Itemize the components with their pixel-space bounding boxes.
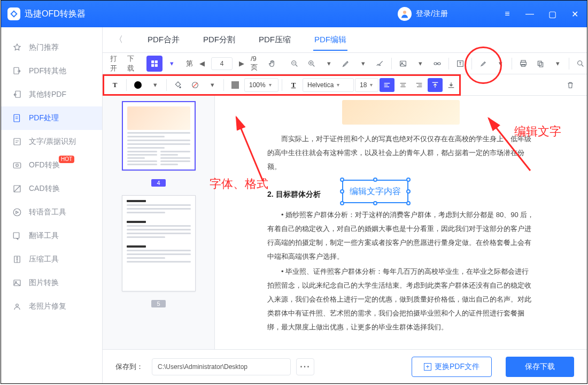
tab-split[interactable]: PDF分割: [202, 29, 236, 50]
sidebar-item-image[interactable]: 图片转换: [1, 271, 102, 295]
no-fill-icon[interactable]: [187, 77, 203, 93]
editor: 4 5 而实际上，: [103, 96, 587, 349]
thumb-page-4[interactable]: [122, 101, 196, 171]
color-swatch[interactable]: [130, 77, 146, 93]
sidebar-item-audio[interactable]: 转语音工具: [1, 201, 102, 224]
print-icon[interactable]: [515, 56, 531, 72]
sidebar-item-label: 转语音工具: [29, 207, 66, 217]
sidebar-item-cad[interactable]: CAD转换: [1, 177, 102, 201]
change-pdf-button[interactable]: +更换PDF文件: [412, 357, 492, 377]
user-area[interactable]: 登录/注册: [398, 7, 448, 21]
next-page-icon[interactable]: ▶: [234, 56, 250, 72]
prev-page-icon[interactable]: ◀: [194, 56, 210, 72]
thumb-label-5: 5: [151, 300, 165, 307]
sidebar: 热门推荐 PDF转其他 其他转PDF PDF处理 文字/票据识别 OFD转换HO…: [1, 27, 103, 383]
heading: 2. 目标群体分析: [267, 187, 321, 202]
paragraph: 而实际上，对于证件照和个人的写真也绝对不仅仅存在在高校的学生身上，低年级的高中生…: [267, 132, 535, 174]
zoom-in-icon[interactable]: [304, 56, 320, 72]
sidebar-item-label: PDF处理: [29, 113, 59, 123]
browse-button[interactable]: ···: [296, 358, 314, 375]
maximize-icon[interactable]: ▢: [546, 9, 558, 19]
text-tool-icon[interactable]: T: [107, 77, 123, 93]
editable-text-box[interactable]: 编辑文字内容: [342, 180, 408, 203]
highlight-icon[interactable]: [338, 56, 354, 72]
brush-icon[interactable]: [475, 56, 491, 72]
login-label[interactable]: 登录/注册: [416, 9, 448, 19]
d3[interactable]: ▾: [492, 56, 508, 72]
sidebar-item-label: 图片转换: [29, 278, 59, 288]
sidebar-item-pdf-process[interactable]: PDF处理: [1, 106, 102, 130]
download-button[interactable]: 下载: [124, 56, 140, 72]
opacity-select[interactable]: 100%: [244, 78, 278, 92]
opacity-swatch-icon[interactable]: [227, 77, 243, 93]
import-icon: [12, 89, 22, 100]
sidebar-item-label: 其他转PDF: [29, 90, 66, 99]
align-right-icon[interactable]: [412, 78, 427, 92]
restore-icon: [12, 301, 22, 312]
sidebar-item-other-to-pdf[interactable]: 其他转PDF: [1, 83, 102, 106]
sidebar-item-photo-restore[interactable]: 老照片修复: [1, 295, 102, 318]
copy-icon[interactable]: [532, 56, 548, 72]
back-button[interactable]: 〈: [114, 34, 123, 45]
sidebar-item-hot[interactable]: 热门推荐: [1, 36, 102, 59]
fill-icon[interactable]: [170, 77, 186, 93]
zoom-dropdown-icon[interactable]: ▾: [321, 56, 337, 72]
tabs: 〈 PDF合并 PDF分割 PDF压缩 PDF编辑: [103, 27, 587, 53]
sidebar-item-label: 文字/票据识别: [29, 137, 76, 147]
edit-text-tool-icon[interactable]: [452, 56, 468, 72]
open-button[interactable]: 打开: [107, 56, 123, 72]
svg-rect-31: [539, 63, 543, 67]
svg-rect-16: [152, 60, 154, 63]
tab-compress[interactable]: PDF压缩: [258, 29, 292, 50]
svg-point-10: [13, 209, 21, 216]
save-download-button[interactable]: 保存下载: [506, 357, 574, 377]
app-title: 迅捷OFD转换器: [25, 9, 86, 20]
app-logo-icon: [7, 7, 20, 20]
view-dropdown-icon[interactable]: ▾: [164, 56, 180, 72]
zoom-out-icon[interactable]: [287, 56, 303, 72]
svg-point-2: [403, 11, 406, 14]
thumbnail-view-button[interactable]: [146, 56, 163, 72]
page-total: /9 页: [251, 55, 258, 72]
tab-merge[interactable]: PDF合并: [146, 29, 181, 50]
sidebar-item-label: 翻译工具: [29, 231, 59, 241]
font-family-select[interactable]: Helvetica: [303, 78, 354, 92]
sidebar-item-ocr[interactable]: 文字/票据识别: [1, 130, 102, 153]
d4[interactable]: ▾: [550, 56, 566, 72]
minimize-icon[interactable]: —: [524, 9, 536, 19]
ocr-icon: [12, 136, 22, 147]
insert-image-icon[interactable]: [395, 56, 411, 72]
d1[interactable]: ▾: [355, 56, 371, 72]
thumb-page-5[interactable]: [122, 195, 196, 291]
document-view[interactable]: 而实际上，对于证件照和个人的写真也绝对不仅仅存在在高校的学生身上，低年级的高中生…: [215, 96, 587, 349]
valign-bottom-icon[interactable]: [444, 78, 459, 92]
sidebar-item-pdf-to-other[interactable]: PDF转其他: [1, 59, 102, 83]
export-icon: [12, 66, 22, 76]
close-icon[interactable]: ✕: [569, 9, 581, 19]
svg-rect-19: [155, 64, 157, 66]
main-area: 〈 PDF合并 PDF分割 PDF压缩 PDF编辑 打开 下载 ▾ 第 ◀ 4 …: [103, 27, 587, 383]
align-center-icon[interactable]: [396, 78, 411, 92]
fill-dd[interactable]: ▾: [204, 77, 220, 93]
tab-edit[interactable]: PDF编辑: [313, 29, 347, 50]
page-current[interactable]: 4: [211, 57, 233, 70]
link-icon[interactable]: [429, 56, 445, 72]
align-left-icon[interactable]: [380, 78, 394, 92]
search-icon[interactable]: [572, 56, 587, 72]
valign-top-icon[interactable]: [428, 78, 443, 92]
delete-icon[interactable]: [562, 77, 578, 93]
font-size-select[interactable]: 18: [355, 78, 378, 92]
thumbnail-panel[interactable]: 4 5: [103, 96, 215, 349]
color-dd[interactable]: ▾: [147, 77, 163, 93]
save-path-input[interactable]: C:\Users\Administrator\Desktop: [152, 358, 291, 375]
menu-icon[interactable]: ≡: [501, 9, 513, 19]
svg-point-8: [16, 164, 19, 167]
sidebar-item-ofd[interactable]: OFD转换HOT: [1, 153, 102, 177]
hand-tool-icon[interactable]: [264, 56, 280, 72]
sidebar-item-translate[interactable]: 翻译工具: [1, 224, 102, 248]
font-icon[interactable]: T: [285, 77, 301, 93]
signature-icon[interactable]: [372, 56, 388, 72]
svg-point-14: [16, 281, 17, 282]
sidebar-item-compress[interactable]: 压缩工具: [1, 248, 102, 271]
d2[interactable]: ▾: [412, 56, 428, 72]
